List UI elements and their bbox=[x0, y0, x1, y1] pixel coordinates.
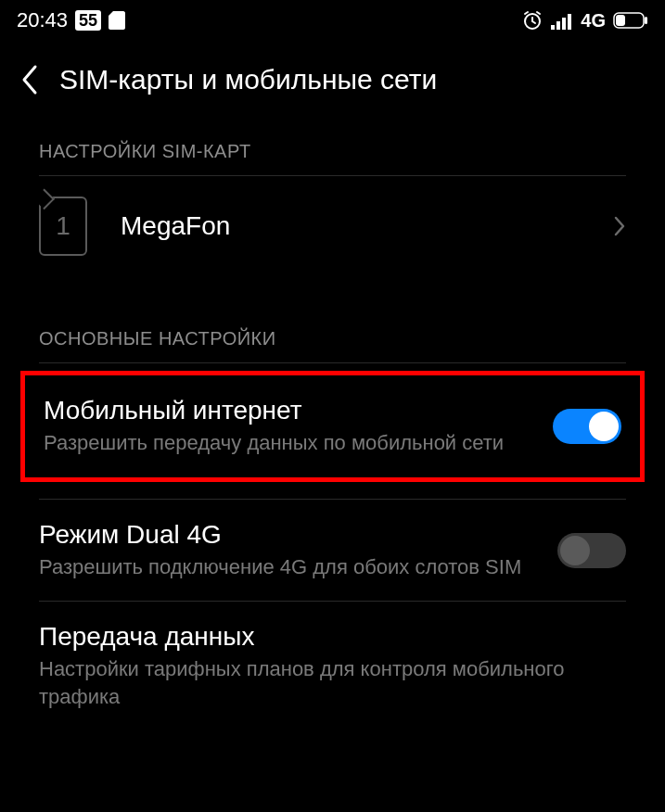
setting-title: Мобильный интернет bbox=[44, 396, 534, 425]
setting-text: Режим Dual 4G Разрешить подключение 4G д… bbox=[39, 520, 539, 581]
back-icon[interactable] bbox=[19, 63, 39, 96]
sd-card-icon bbox=[109, 11, 125, 30]
setting-desc: Разрешить подключение 4G для обоих слото… bbox=[39, 553, 539, 581]
svg-rect-4 bbox=[568, 14, 571, 30]
dual-4g-toggle[interactable] bbox=[557, 533, 626, 568]
setting-dual-4g[interactable]: Режим Dual 4G Разрешить подключение 4G д… bbox=[0, 500, 665, 602]
setting-desc: Настройки тарифных планов для контроля м… bbox=[39, 655, 626, 710]
chevron-right-icon bbox=[613, 215, 626, 237]
sim-slot-icon: 1 bbox=[39, 197, 87, 256]
svg-rect-3 bbox=[562, 18, 566, 30]
setting-title: Режим Dual 4G bbox=[39, 520, 539, 550]
battery-icon bbox=[613, 12, 648, 29]
setting-data-usage[interactable]: Передача данных Настройки тарифных плано… bbox=[0, 602, 665, 730]
svg-rect-2 bbox=[556, 21, 560, 30]
mobile-data-toggle[interactable] bbox=[553, 409, 621, 444]
page-header: SIM-карты и мобильные сети bbox=[0, 41, 665, 115]
section-label-sim: НАСТРОЙКИ SIM-КАРТ bbox=[0, 115, 665, 175]
sim-slot-row[interactable]: 1 MegaFon bbox=[0, 176, 665, 276]
section-label-main: ОСНОВНЫЕ НАСТРОЙКИ bbox=[0, 302, 665, 362]
setting-mobile-data[interactable]: Мобильный интернет Разрешить передачу да… bbox=[20, 371, 645, 482]
setting-title: Передача данных bbox=[39, 622, 626, 652]
status-time: 20:43 bbox=[17, 8, 68, 32]
status-bar: 20:43 55 4G bbox=[0, 0, 665, 41]
status-badge: 55 bbox=[75, 10, 101, 31]
status-left: 20:43 55 bbox=[17, 8, 125, 32]
svg-rect-7 bbox=[645, 17, 647, 24]
svg-rect-6 bbox=[616, 15, 625, 26]
network-label: 4G bbox=[581, 10, 606, 32]
svg-rect-1 bbox=[551, 25, 555, 30]
page-title: SIM-карты и мобильные сети bbox=[59, 64, 437, 95]
alarm-icon bbox=[521, 9, 544, 32]
sim-carrier-name: MegaFon bbox=[121, 211, 580, 241]
sim-slot-number: 1 bbox=[56, 211, 70, 241]
status-right: 4G bbox=[521, 9, 648, 32]
signal-icon bbox=[551, 11, 573, 30]
setting-text: Передача данных Настройки тарифных плано… bbox=[39, 622, 626, 710]
toggle-knob bbox=[560, 536, 590, 565]
setting-desc: Разрешить передачу данных по мобильной с… bbox=[44, 429, 534, 457]
toggle-knob bbox=[589, 412, 619, 441]
divider bbox=[39, 362, 626, 363]
setting-text: Мобильный интернет Разрешить передачу да… bbox=[44, 396, 534, 457]
